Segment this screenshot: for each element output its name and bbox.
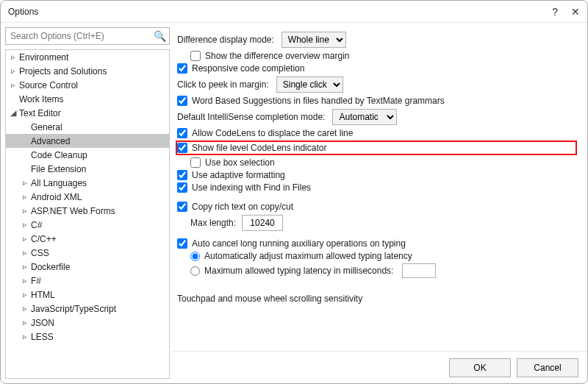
tree-item-label: General (31, 122, 62, 132)
box-selection-checkbox[interactable] (190, 157, 201, 168)
chevron-right-icon[interactable]: ▹ (21, 276, 29, 285)
show-diff-overview-checkbox[interactable] (190, 51, 201, 61)
auto-adjust-label: Automatically adjust maximum allowed typ… (204, 251, 412, 261)
tree-item-label: Advanced (31, 136, 70, 146)
max-latency-label: Maximum allowed typing latency in millis… (204, 266, 393, 276)
tree-item-label: JavaScript/TypeScript (31, 304, 116, 314)
indexing-find-checkbox[interactable] (177, 182, 187, 193)
chevron-right-icon[interactable]: ▹ (21, 248, 29, 257)
chevron-down-icon[interactable]: ◢ (9, 108, 18, 118)
help-icon[interactable]: ? (552, 6, 558, 18)
tree-item[interactable]: Advanced (6, 134, 169, 148)
adaptive-formatting-label: Use adaptive formatting (192, 170, 285, 180)
chevron-right-icon[interactable]: ▹ (21, 206, 29, 216)
responsive-completion-label: Responsive code completion (192, 63, 304, 74)
tree-item[interactable]: ▹HTML (6, 288, 169, 302)
settings-content[interactable]: Difference display mode: Whole line Show… (173, 23, 587, 351)
intellisense-select[interactable]: Automatic (332, 109, 397, 125)
box-selection-label: Use box selection (205, 157, 275, 168)
tree-item[interactable]: ▹Projects and Solutions (6, 64, 169, 78)
options-tree-container: ▹Environment▹Projects and Solutions▹Sour… (5, 49, 170, 379)
peek-label: Click to peek in margin: (177, 79, 269, 90)
tree-item[interactable]: ▹All Languages (6, 176, 169, 190)
tree-item[interactable]: ▹LESS (6, 330, 169, 344)
tree-item-label: ASP.NET Web Forms (31, 206, 115, 216)
tree-item[interactable]: ▹C# (6, 218, 169, 232)
tree-item-label: Dockerfile (31, 262, 70, 272)
copy-rich-label: Copy rich text on copy/cut (192, 202, 293, 212)
tree-item[interactable]: ◢Text Editor (6, 106, 169, 120)
touchpad-label: Touchpad and mouse wheel scrolling sensi… (177, 294, 362, 304)
tree-item[interactable]: ▹Environment (6, 50, 169, 64)
diff-mode-select[interactable]: Whole line (282, 32, 346, 48)
cancel-button[interactable]: Cancel (517, 358, 578, 377)
max-latency-input[interactable] (402, 263, 436, 278)
chevron-right-icon[interactable]: ▹ (21, 234, 29, 243)
tree-item-label: Code Cleanup (31, 150, 87, 160)
show-file-codelens-checkbox[interactable] (177, 143, 187, 153)
chevron-right-icon[interactable]: ▹ (21, 304, 29, 313)
tree-item[interactable]: ▹C/C++ (6, 232, 169, 246)
word-suggestions-label: Word Based Suggestions in files handled … (192, 96, 445, 106)
search-input[interactable] (5, 27, 170, 45)
auto-cancel-checkbox[interactable] (177, 238, 187, 249)
window-title: Options (8, 7, 38, 17)
chevron-right-icon[interactable]: ▹ (21, 332, 29, 341)
chevron-right-icon[interactable]: ▹ (21, 220, 29, 230)
responsive-completion-checkbox[interactable] (177, 63, 187, 74)
auto-cancel-label: Auto cancel long running auxiliary opera… (192, 238, 406, 249)
ok-button[interactable]: OK (449, 358, 511, 377)
tree-item[interactable]: ▹Dockerfile (6, 260, 169, 274)
tree-item-label: LESS (31, 332, 54, 342)
tree-item[interactable]: ▹JSON (6, 316, 169, 330)
chevron-right-icon[interactable]: ▹ (21, 290, 29, 299)
tree-item[interactable]: Work Items (6, 92, 169, 106)
maxlen-input[interactable] (242, 215, 283, 231)
tree-item-label: File Extension (31, 164, 86, 174)
max-latency-radio[interactable] (190, 266, 200, 276)
tree-item[interactable]: ▹Android XML (6, 190, 169, 204)
tree-item-label: All Languages (31, 178, 87, 188)
options-tree[interactable]: ▹Environment▹Projects and Solutions▹Sour… (6, 50, 169, 378)
chevron-right-icon[interactable]: ▹ (21, 178, 29, 188)
chevron-right-icon[interactable]: ▹ (21, 262, 29, 271)
chevron-right-icon[interactable]: ▹ (21, 318, 29, 327)
diff-mode-label: Difference display mode: (177, 35, 274, 45)
auto-adjust-radio[interactable] (190, 252, 200, 261)
tree-item[interactable]: General (6, 120, 169, 134)
tree-item-label: Environment (19, 52, 68, 63)
chevron-right-icon[interactable]: ▹ (9, 66, 18, 76)
close-icon[interactable]: ✕ (571, 6, 580, 18)
maxlen-label: Max length: (190, 218, 236, 228)
search-icon[interactable]: 🔍 (154, 30, 166, 42)
tree-item-label: JSON (31, 318, 54, 328)
sidebar: 🔍 ▹Environment▹Projects and Solutions▹So… (1, 23, 173, 383)
main-panel: Difference display mode: Whole line Show… (173, 23, 587, 383)
tree-item-label: HTML (31, 290, 55, 300)
tree-item-label: F# (31, 276, 41, 286)
intellisense-label: Default IntelliSense completion mode: (177, 112, 325, 122)
tree-item[interactable]: ▹F# (6, 274, 169, 288)
highlighted-option: Show file level CodeLens indicator (176, 141, 577, 155)
chevron-right-icon[interactable]: ▹ (9, 80, 18, 90)
chevron-right-icon[interactable]: ▹ (9, 52, 18, 62)
tree-item-label: Android XML (31, 192, 82, 202)
tree-item[interactable]: ▹JavaScript/TypeScript (6, 302, 169, 316)
codelens-caret-checkbox[interactable] (177, 128, 187, 138)
tree-item[interactable]: File Extension (6, 162, 169, 176)
tree-item-label: Source Control (19, 80, 78, 90)
tree-item[interactable]: ▹Source Control (6, 78, 169, 92)
options-dialog: Options ? ✕ 🔍 ▹Environment▹Projects and … (0, 0, 588, 384)
peek-select[interactable]: Single click (276, 77, 343, 93)
show-diff-overview-label: Show the difference overview margin (205, 51, 350, 61)
tree-item[interactable]: ▹ASP.NET Web Forms (6, 204, 169, 218)
dialog-body: 🔍 ▹Environment▹Projects and Solutions▹So… (1, 23, 587, 383)
titlebar: Options ? ✕ (1, 1, 587, 23)
chevron-right-icon[interactable]: ▹ (21, 192, 29, 202)
tree-item[interactable]: ▹CSS (6, 246, 169, 260)
tree-item[interactable]: Code Cleanup (6, 148, 169, 162)
word-suggestions-checkbox[interactable] (177, 96, 187, 106)
dialog-footer: OK Cancel (173, 351, 587, 383)
adaptive-formatting-checkbox[interactable] (177, 170, 187, 180)
copy-rich-checkbox[interactable] (177, 202, 187, 212)
